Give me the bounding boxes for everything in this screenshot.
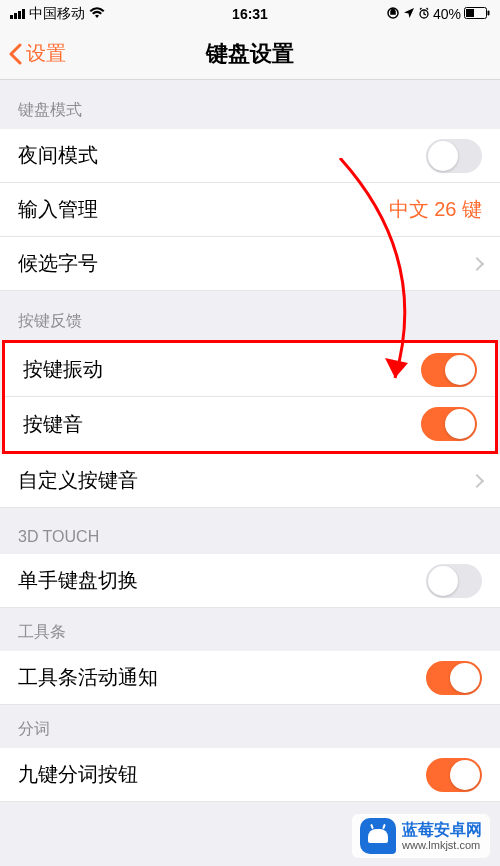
input-mgmt-label: 输入管理: [18, 196, 98, 223]
nav-bar: 设置 键盘设置: [0, 28, 500, 80]
toolbar-activity-toggle[interactable]: [426, 661, 482, 695]
chevron-right-icon: [470, 256, 484, 270]
nine-key-toggle[interactable]: [426, 758, 482, 792]
back-button[interactable]: 设置: [0, 40, 66, 67]
row-key-vibrate[interactable]: 按键振动: [5, 343, 495, 397]
row-nine-key[interactable]: 九键分词按钮: [0, 748, 500, 802]
chevron-left-icon: [8, 43, 22, 65]
key-sound-toggle[interactable]: [421, 407, 477, 441]
status-left: 中国移动: [10, 5, 105, 23]
row-custom-sound[interactable]: 自定义按键音: [0, 454, 500, 508]
orientation-lock-icon: [386, 6, 400, 23]
alarm-icon: [418, 6, 430, 22]
night-mode-toggle[interactable]: [426, 139, 482, 173]
page-title: 键盘设置: [206, 39, 294, 69]
key-vibrate-label: 按键振动: [23, 356, 103, 383]
candidate-size-label: 候选字号: [18, 250, 98, 277]
status-bar: 中国移动 16:31 40%: [0, 0, 500, 28]
svg-rect-4: [488, 11, 490, 16]
toolbar-activity-label: 工具条活动通知: [18, 664, 158, 691]
night-mode-label: 夜间模式: [18, 142, 98, 169]
row-toolbar-activity[interactable]: 工具条活动通知: [0, 651, 500, 705]
status-time: 16:31: [232, 6, 268, 22]
row-key-sound[interactable]: 按键音: [5, 397, 495, 451]
back-label: 设置: [26, 40, 66, 67]
section-header-3dtouch: 3D TOUCH: [0, 508, 500, 554]
battery-icon: [464, 6, 490, 22]
watermark-url: www.lmkjst.com: [402, 839, 482, 851]
nine-key-label: 九键分词按钮: [18, 761, 138, 788]
watermark: 蓝莓安卓网 www.lmkjst.com: [352, 814, 490, 858]
key-vibrate-toggle[interactable]: [421, 353, 477, 387]
one-hand-toggle[interactable]: [426, 564, 482, 598]
annotation-highlight: 按键振动 按键音: [2, 340, 498, 454]
key-sound-label: 按键音: [23, 411, 83, 438]
chevron-right-icon: [470, 473, 484, 487]
one-hand-label: 单手键盘切换: [18, 567, 138, 594]
custom-sound-label: 自定义按键音: [18, 467, 138, 494]
section-header-feedback: 按键反馈: [0, 291, 500, 340]
row-one-hand[interactable]: 单手键盘切换: [0, 554, 500, 608]
status-right: 40%: [386, 6, 490, 23]
watermark-icon: [360, 818, 396, 854]
section-header-toolbar: 工具条: [0, 608, 500, 651]
battery-percent: 40%: [433, 6, 461, 22]
row-input-management[interactable]: 输入管理 中文 26 键: [0, 183, 500, 237]
location-icon: [403, 6, 415, 22]
signal-icon: [10, 9, 25, 19]
svg-rect-3: [466, 9, 474, 17]
section-header-keyboard-mode: 键盘模式: [0, 80, 500, 129]
watermark-title: 蓝莓安卓网: [402, 821, 482, 839]
input-mgmt-value: 中文 26 键: [389, 196, 482, 223]
row-candidate-size[interactable]: 候选字号: [0, 237, 500, 291]
carrier-label: 中国移动: [29, 5, 85, 23]
watermark-text: 蓝莓安卓网 www.lmkjst.com: [402, 821, 482, 851]
wifi-icon: [89, 6, 105, 22]
row-night-mode[interactable]: 夜间模式: [0, 129, 500, 183]
section-header-segment: 分词: [0, 705, 500, 748]
